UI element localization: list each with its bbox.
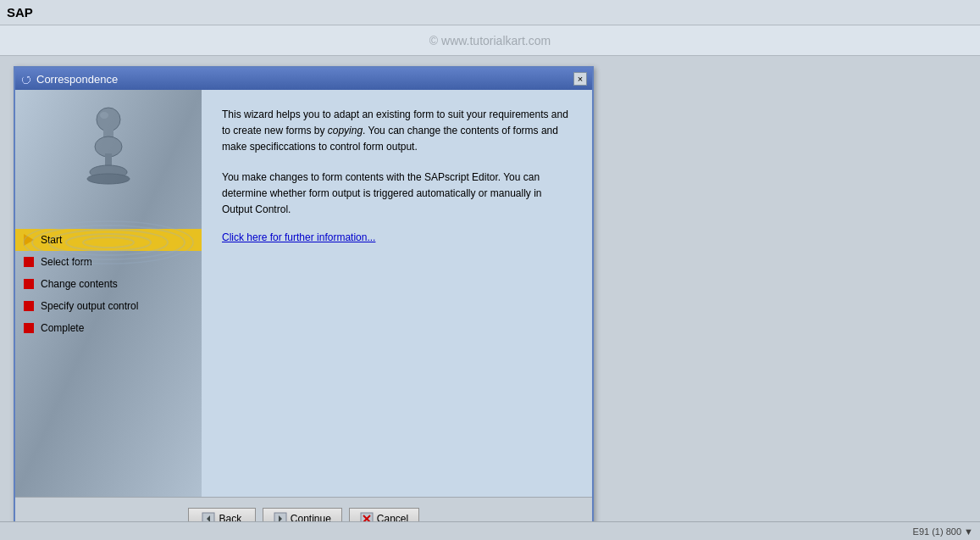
watermark-text: © www.tutorialkart.com [429,34,551,47]
chess-piece-icon [83,103,134,213]
dialog-close-button[interactable]: × [573,72,587,86]
status-bar: E91 (1) 800 ▼ [0,521,980,540]
status-text: E91 (1) 800 ▼ [913,526,973,537]
sap-logo: SAP [7,5,33,19]
description-paragraph-1: This wizard helps you to adapt an existi… [222,107,572,156]
main-area: ⭯ Correspondence × [0,56,980,540]
chess-piece-area [15,90,202,225]
svg-point-6 [100,112,108,119]
dialog-title-icon: ⭯ [20,73,31,86]
dialog-body: Start Select form Change contents [15,90,592,497]
svg-point-3 [83,237,134,248]
correspondence-dialog: ⭯ Correspondence × [14,66,594,540]
dialog-title-text: Correspondence [36,73,118,86]
watermark-bar: © www.tutorialkart.com [0,25,980,56]
right-panel: This wizard helps you to adapt an existi… [202,90,592,497]
further-information-link[interactable]: Click here for further information... [222,231,572,243]
svg-point-12 [87,174,130,184]
description-paragraph-2: You make changes to form contents with t… [222,170,572,219]
dialog-title-area: ⭯ Correspondence [20,73,118,86]
top-bar: SAP [0,0,980,25]
dialog-titlebar: ⭯ Correspondence × [15,68,592,90]
svg-point-5 [97,108,120,131]
left-panel: Start Select form Change contents [15,90,202,497]
